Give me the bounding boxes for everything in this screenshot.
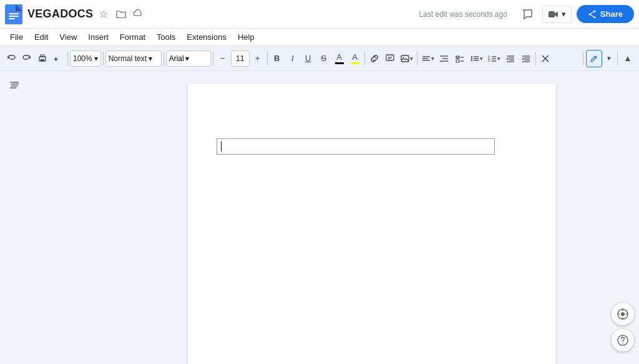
svg-rect-2: [9, 16, 19, 17]
help-button[interactable]: [612, 329, 634, 352]
spell-check-button[interactable]: ✦: [51, 50, 66, 67]
numlist-chevron-icon: ▾: [497, 55, 500, 62]
svg-rect-1: [9, 13, 19, 14]
svg-point-31: [471, 59, 472, 60]
undo-button[interactable]: [4, 50, 19, 67]
indent-increase-button[interactable]: [519, 50, 534, 67]
line-spacing-button[interactable]: [437, 50, 452, 67]
svg-text:✦: ✦: [53, 55, 59, 63]
document-page[interactable]: [188, 84, 556, 364]
svg-line-9: [590, 14, 595, 17]
strikethrough-button[interactable]: S: [316, 50, 331, 67]
document-text-box[interactable]: [217, 138, 495, 155]
meet-button[interactable]: ▾: [542, 6, 572, 23]
toolbar-separator-end: [617, 52, 618, 65]
align-chevron-icon: ▾: [431, 55, 434, 62]
insert-link-button[interactable]: [367, 50, 382, 67]
svg-rect-27: [456, 60, 459, 62]
toolbar-separator-2: [103, 52, 104, 65]
toolbar-expand-button[interactable]: ▲: [620, 50, 635, 67]
underline-button[interactable]: U: [301, 50, 316, 67]
share-label: Share: [600, 9, 623, 19]
bold-button[interactable]: B: [270, 50, 285, 67]
menu-help[interactable]: Help: [233, 31, 260, 44]
svg-point-29: [471, 55, 472, 57]
menu-tools[interactable]: Tools: [152, 31, 180, 44]
zoom-value: 100%: [73, 54, 92, 63]
toolbar-separator-8: [535, 52, 536, 65]
text-color-indicator: [335, 62, 344, 64]
toolbar-overflow-button[interactable]: ▾: [603, 50, 615, 67]
svg-rect-3: [9, 18, 15, 19]
document-outline-button[interactable]: [5, 76, 24, 95]
menu-extensions[interactable]: Extensions: [182, 31, 232, 44]
svg-line-8: [590, 11, 595, 14]
zoom-chevron-icon: ▾: [94, 54, 98, 63]
menu-format[interactable]: Format: [115, 31, 150, 44]
menu-bar: File Edit View Insert Format Tools Exten…: [0, 29, 639, 46]
menu-file[interactable]: File: [5, 31, 28, 44]
font-chevron-icon: ▾: [185, 54, 189, 63]
document-area[interactable]: [129, 71, 614, 364]
star-icon[interactable]: ☆: [97, 7, 110, 21]
highlight-color-indicator: [351, 62, 359, 64]
font-size-decrease-button[interactable]: −: [215, 50, 230, 67]
svg-text:3.: 3.: [488, 59, 490, 62]
share-button[interactable]: Share: [577, 5, 634, 23]
svg-point-30: [471, 57, 472, 59]
font-size-input[interactable]: [231, 50, 250, 67]
document-title: VEGADOCS: [27, 7, 93, 21]
numbered-list-button[interactable]: 1.2.3. ▾: [485, 50, 502, 67]
toolbar-separator-right: [583, 52, 583, 65]
toolbar-separator-1: [67, 52, 68, 65]
svg-point-57: [621, 312, 625, 316]
text-align-button[interactable]: ▾: [419, 50, 436, 67]
indent-decrease-button[interactable]: [503, 50, 518, 67]
last-edit-status: Last edit was seconds ago: [419, 10, 507, 19]
font-selector[interactable]: Arial ▾: [166, 50, 211, 67]
floating-action-area: [612, 303, 634, 352]
toolbar-separator-7: [417, 52, 417, 65]
bullet-list-button[interactable]: ▾: [468, 50, 485, 67]
move-to-folder-icon[interactable]: [114, 7, 128, 21]
font-size-increase-button[interactable]: +: [250, 50, 265, 67]
svg-rect-4: [549, 11, 555, 17]
text-color-button[interactable]: A: [332, 50, 347, 67]
text-style-value: Normal text: [109, 54, 147, 63]
bullet-chevron-icon: ▾: [480, 55, 483, 62]
toolbar-separator-3: [163, 52, 164, 65]
assistant-button[interactable]: [612, 303, 634, 325]
sidebar: [0, 71, 129, 364]
highlight-color-button[interactable]: A: [348, 50, 363, 67]
meet-chevron: ▾: [562, 9, 566, 19]
checklist-button[interactable]: [452, 50, 467, 67]
docs-logo-icon: [5, 4, 22, 24]
toolbar: ✦ 100% ▾ Normal text ▾ Arial ▾ − + B I U…: [0, 46, 639, 71]
menu-view[interactable]: View: [54, 31, 82, 44]
svg-rect-11: [41, 59, 44, 61]
cloud-sync-icon[interactable]: [132, 7, 145, 21]
zoom-selector[interactable]: 100% ▾: [70, 50, 101, 67]
svg-rect-17: [401, 55, 409, 62]
toolbar-separator-6: [364, 52, 365, 65]
menu-insert[interactable]: Insert: [83, 31, 114, 44]
svg-point-63: [622, 343, 623, 344]
insert-comment-button[interactable]: [383, 50, 398, 67]
menu-edit[interactable]: Edit: [29, 31, 53, 44]
font-value: Arial: [169, 54, 184, 63]
clear-formatting-button[interactable]: [538, 50, 553, 67]
insert-image-button[interactable]: ▾: [398, 50, 415, 67]
toolbar-separator-4: [213, 52, 213, 65]
main-content: [0, 71, 639, 364]
redo-button[interactable]: [19, 50, 34, 67]
svg-rect-12: [41, 55, 44, 57]
text-cursor: [221, 141, 222, 151]
comment-icon[interactable]: [517, 4, 537, 24]
toolbar-separator-5: [267, 52, 268, 65]
edit-mode-button[interactable]: [586, 50, 602, 67]
text-style-selector[interactable]: Normal text ▾: [105, 50, 162, 67]
style-chevron-icon: ▾: [149, 54, 152, 63]
print-button[interactable]: [35, 50, 50, 67]
italic-button[interactable]: I: [285, 50, 300, 67]
